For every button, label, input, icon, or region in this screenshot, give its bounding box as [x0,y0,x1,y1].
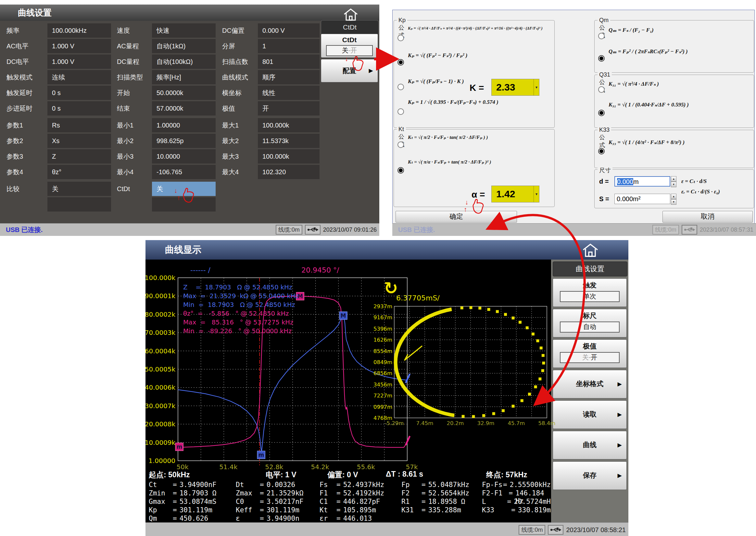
sidebar-button-3[interactable]: 极值关-开 [553,339,627,368]
sidebar-button-6[interactable]: 曲线► [553,431,627,459]
setting-value[interactable]: 1.000 V [48,39,111,53]
setting-value[interactable]: 1 [258,39,320,53]
cancel-button[interactable]: 取消 [663,211,753,222]
d-input[interactable]: 0.000m [614,176,670,186]
setting-label: 频率 [3,23,46,38]
setting-value[interactable]: 102.320 [258,165,320,179]
formula-radio-kp-3[interactable] [397,84,404,90]
setting-value[interactable]: 连续 [48,70,111,84]
equals-sign: = [260,498,264,506]
equals-sign: = [421,481,426,488]
setting-value[interactable]: 100.000k [258,149,320,163]
setting-value[interactable]: 自动(1kΩ) [152,39,216,53]
setting-value[interactable]: 0.000 V [258,23,320,38]
setting-label: 结束 [113,101,151,116]
setting-value[interactable]: Xs [48,134,111,148]
formula-radio-kp-1[interactable] [397,35,404,41]
setting-value[interactable]: 顺序 [258,70,320,84]
formula-radio-qm-1[interactable] [598,33,605,39]
setting-value[interactable] [48,197,111,212]
formula-radio-q31-2[interactable] [598,110,605,116]
home-icon[interactable] [342,8,359,23]
formula-text: Kₚ = √( (Fₚ² − Fₛ²) / Fₚ² ) [408,52,551,59]
setting-value[interactable]: Rs [48,118,111,132]
tap-arrow-annotation: ↓ [465,199,468,206]
submenu-arrow-icon: ► [616,380,623,388]
sidebar-button-4[interactable]: 坐标格式► [553,370,627,398]
home-icon[interactable] [581,243,599,259]
setting-label: 比较 [3,181,46,197]
ctdt-toggle-title: CtDt [321,36,378,44]
svg-text:m: m [258,452,264,458]
setting-value[interactable]: 10.0000 [152,149,216,163]
settings-row: 触发模式连续扫描类型频率[Hz]曲线模式顺序 [0,69,321,85]
setting-value[interactable]: θz° [48,165,111,179]
sidebar-button-1[interactable]: 触发单次 [553,278,627,307]
setting-value[interactable]: 关 [152,182,216,196]
formula-text: K₃₃ = √( 1 / (4/π² · Fₛ/ΔF + 8/π²) ) [609,139,750,146]
sidebar-button-2[interactable]: 标尺自动 [553,309,627,337]
formula-radio-kp-2[interactable] [397,59,404,66]
setting-value[interactable]: 801 [258,54,320,69]
setting-value[interactable]: 57.0000k [152,101,216,116]
measurement-name: Ct [149,481,173,488]
measurement-value: 0.00326 [267,481,296,488]
formula-radio-kt-1[interactable] [397,142,404,148]
setting-value[interactable]: 快速 [152,23,216,38]
tap-arrow-annotation: ↑ [464,206,467,213]
setting-label: DC量程 [113,54,151,69]
formula-radio-kp-4[interactable] [397,108,404,115]
formula-radio-kt-2[interactable] [397,167,404,174]
setting-value[interactable]: Z [48,149,111,163]
alpha-constant-dropdown[interactable]: 1.42▾ [491,185,539,202]
d-spinner[interactable]: ▲▼ [671,176,676,186]
toggle-left: 关 [582,354,589,361]
formula-group-kp [394,20,555,128]
sidebar-button-5[interactable]: 读取► [553,400,627,429]
svg-text:-24.0997m: -24.0997m [374,404,392,410]
sidebar-button-label: 极值 [553,342,627,351]
setting-value[interactable]: 50.0000k [152,86,216,100]
ok-button[interactable]: 确定 [396,211,517,222]
setting-label: 最大1 [218,117,257,133]
s-spinner[interactable]: ▲▼ [671,194,676,204]
setting-value[interactable]: 1.00000 [152,118,216,132]
settings-panel-title: 曲线设置 [0,5,379,21]
settings-row: 参数1Rs最小11.00000最大1100.000k [0,117,321,133]
setting-value[interactable]: 自动(100kΩ) [152,54,216,69]
setting-value[interactable]: 线性 [258,86,320,100]
setting-value[interactable]: 关 [48,182,111,196]
sweep-footer-item: 电平: 1 V [266,470,297,480]
setting-label: 参数4 [3,164,46,180]
ctdt-toggle-button[interactable]: CtDt 关-开 [321,34,378,58]
svg-text:50.0005k: 50.0005k [145,365,175,373]
setting-value[interactable]: 0 s [48,86,111,100]
setting-value[interactable]: 1.000 V [48,54,111,69]
setting-value[interactable]: 100.000kHz [48,23,111,38]
dropdown-arrow-icon[interactable]: ▾ [533,79,539,95]
equals-sign: = [173,506,177,514]
setting-label: 速度 [113,23,151,38]
k-constant-dropdown[interactable]: 2.33▾ [491,79,539,96]
svg-text:30.0007k: 30.0007k [145,402,175,410]
formula-radio-qm-2[interactable] [598,55,605,62]
s-input[interactable]: 0.000m² [614,194,670,204]
measurement-cell: Dt=0.00326 [236,481,320,488]
ctdt-config-button[interactable]: 配置 ► [321,59,378,83]
setting-value[interactable]: 100.000k [258,118,320,132]
formula-radio-q31-1[interactable] [598,86,605,93]
setting-value[interactable]: 998.625p [152,134,216,148]
setting-value[interactable]: 开 [258,101,320,116]
setting-value[interactable]: 11.5373k [258,134,320,148]
sidebar-button-7[interactable]: 保存► [553,461,627,490]
svg-text:14.1626m: 14.1626m [374,337,392,343]
setting-value[interactable]: 0 s [48,101,111,116]
formula-radio-k33-1[interactable] [598,148,605,154]
setting-value[interactable]: 频率[Hz] [152,70,216,84]
setting-value[interactable]: -106.765 [152,165,216,179]
dropdown-arrow-icon[interactable]: ▾ [533,186,539,202]
setting-value[interactable] [152,197,216,212]
settings-table: 频率100.000kHz速度快速DC偏置0.000 VAC电平1.000 VAC… [0,23,321,225]
tap-arrow-annotation: ↓ [345,55,348,63]
measurement-cell: L=20.5724mH [482,498,551,506]
